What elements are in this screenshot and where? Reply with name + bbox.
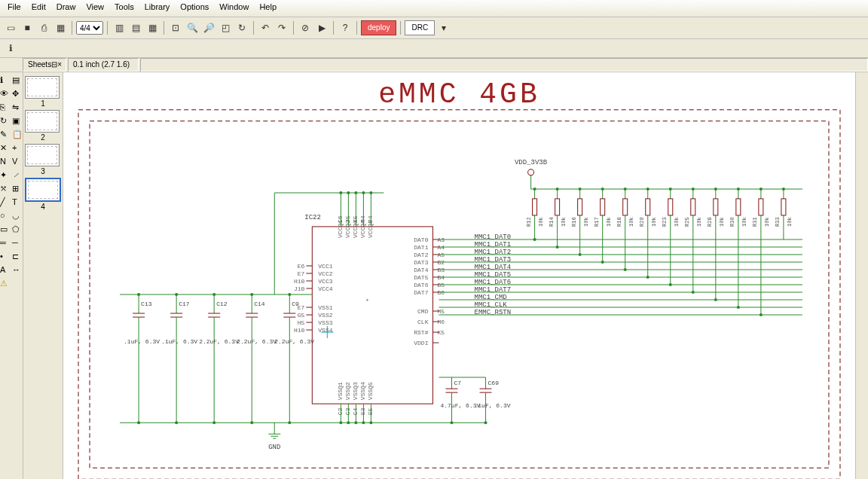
net-tool-icon[interactable]: ─ xyxy=(12,238,23,249)
schematic-canvas[interactable]: eMMC 4GB IC22 + VCCQ1VCCQ2VCCQ3VCCQ4VCCQ… xyxy=(63,72,855,479)
info-icon[interactable]: ℹ xyxy=(3,41,18,56)
copy-tool-icon[interactable]: ⎘ xyxy=(0,102,11,113)
svg-text:10k: 10k xyxy=(764,217,770,227)
svg-text:CLK: CLK xyxy=(417,319,429,325)
menu-library[interactable]: Library xyxy=(140,2,175,15)
split-tool-icon[interactable]: ⤲ xyxy=(0,184,11,194)
dim-tool-icon[interactable]: ↔ xyxy=(12,265,23,276)
board-icon[interactable]: ▦ xyxy=(53,20,68,35)
svg-text:R30: R30 xyxy=(729,217,735,227)
smash-tool-icon[interactable]: ✦ xyxy=(0,170,11,181)
sheet-thumb-2[interactable] xyxy=(25,110,60,133)
menu-view[interactable]: View xyxy=(81,2,108,15)
svg-text:VCC2: VCC2 xyxy=(318,270,332,277)
sheet-number: 4 xyxy=(25,203,61,211)
svg-text:B2: B2 xyxy=(437,259,445,266)
junction-tool-icon[interactable]: • xyxy=(0,252,11,262)
sheet-thumb-1[interactable] xyxy=(25,76,60,99)
group-tool-icon[interactable]: ▣ xyxy=(12,116,23,127)
grid2-icon[interactable]: ▤ xyxy=(128,20,143,35)
poly-tool-icon[interactable]: ⬠ xyxy=(12,224,23,235)
stop-icon[interactable]: ⊘ xyxy=(298,20,313,35)
miter-tool-icon[interactable]: ⟋ xyxy=(12,170,23,181)
svg-text:10k: 10k xyxy=(538,217,544,227)
svg-text:10k: 10k xyxy=(696,217,702,227)
grid1-icon[interactable]: ▥ xyxy=(112,20,127,35)
move-tool-icon[interactable]: ✥ xyxy=(12,89,23,99)
layer-tool-icon[interactable]: ▤ xyxy=(12,75,23,86)
text-tool-icon[interactable]: T xyxy=(12,197,23,208)
zoomsel-icon[interactable]: ◰ xyxy=(218,20,233,35)
mode-drc-button[interactable]: DRC xyxy=(405,20,435,35)
mirror-tool-icon[interactable]: ⇋ xyxy=(12,102,23,113)
arc-tool-icon[interactable]: ◡ xyxy=(12,211,23,221)
info-tool-icon[interactable]: ℹ xyxy=(0,75,11,86)
rect-tool-icon[interactable]: ▭ xyxy=(0,224,11,235)
bus-tool-icon[interactable]: ═ xyxy=(0,238,11,249)
svg-point-124 xyxy=(601,188,604,191)
rotate-tool-icon[interactable]: ↻ xyxy=(0,116,11,127)
label-tool-icon[interactable]: ⊏ xyxy=(12,252,23,262)
add-tool-icon[interactable]: + xyxy=(12,143,23,154)
menu-options[interactable]: Options xyxy=(176,2,213,15)
zoomfit-icon[interactable]: ⊡ xyxy=(168,20,183,35)
svg-point-154 xyxy=(714,188,717,191)
save-icon[interactable]: ■ xyxy=(20,20,35,35)
invoke-tool-icon[interactable]: ⊞ xyxy=(12,184,23,194)
svg-text:VCC1: VCC1 xyxy=(318,263,332,270)
sheet-thumb-4[interactable] xyxy=(25,178,61,202)
menu-file[interactable]: File xyxy=(3,2,26,15)
go-icon[interactable]: ▶ xyxy=(314,20,329,35)
svg-rect-137 xyxy=(646,199,650,215)
delete-tool-icon[interactable]: ✕ xyxy=(0,143,11,154)
data-nets: MMC1_DAT0MMC1_DAT1MMC1_DAT2MMC1_DAT3MMC1… xyxy=(439,233,802,316)
zoom-select[interactable]: 4/4 xyxy=(76,21,103,35)
svg-text:VCC4: VCC4 xyxy=(318,285,332,292)
sheets-pin-icon[interactable]: ⊟ xyxy=(51,59,57,70)
value-tool-icon[interactable]: V xyxy=(12,157,23,167)
wire-tool-icon[interactable]: ╱ xyxy=(0,197,11,208)
zoomin-icon[interactable]: 🔍 xyxy=(185,20,200,35)
menu-help[interactable]: Help xyxy=(255,2,281,15)
mode-dropdown-icon[interactable]: ▾ xyxy=(436,20,451,35)
erc-tool-icon[interactable]: ⚠ xyxy=(0,279,11,289)
svg-text:R31: R31 xyxy=(752,217,758,227)
svg-text:2.2uF, 6.3V: 2.2uF, 6.3V xyxy=(199,338,239,345)
paste-tool-icon[interactable]: 📋 xyxy=(12,130,23,140)
svg-text:C12: C12 xyxy=(216,301,228,307)
svg-text:2.2uF, 6.3V: 2.2uF, 6.3V xyxy=(274,338,314,345)
menu-edit[interactable]: Edit xyxy=(27,2,50,15)
change-tool-icon[interactable]: ✎ xyxy=(0,130,11,140)
scrollbar-vertical[interactable] xyxy=(855,72,868,479)
svg-text:K5: K5 xyxy=(437,329,445,336)
menu-tools[interactable]: Tools xyxy=(110,2,139,15)
mode-deploy-button[interactable]: deploy xyxy=(361,20,396,35)
svg-text:MMC1_CLK: MMC1_CLK xyxy=(475,301,508,309)
svg-text:MMC1_DAT3: MMC1_DAT3 xyxy=(475,256,512,264)
svg-point-166 xyxy=(760,188,763,191)
grid3-icon[interactable]: ▦ xyxy=(145,20,160,35)
sheets-close-icon[interactable]: × xyxy=(57,59,62,70)
undo-icon[interactable]: ↶ xyxy=(258,20,273,35)
svg-text:EMMC_RSTN: EMMC_RSTN xyxy=(475,309,512,316)
menu-window[interactable]: Window xyxy=(215,2,253,15)
redraw-icon[interactable]: ↻ xyxy=(234,20,249,35)
sheet-thumb-3[interactable] xyxy=(25,144,60,166)
gnd-net: GND xyxy=(120,423,485,451)
circle-tool-icon[interactable]: ○ xyxy=(0,211,11,221)
name-tool-icon[interactable]: N xyxy=(0,157,11,167)
svg-text:R28: R28 xyxy=(707,217,713,227)
attr-tool-icon[interactable]: A xyxy=(0,265,11,276)
zoomout-icon[interactable]: 🔎 xyxy=(201,20,216,35)
eye-tool-icon[interactable]: 👁 xyxy=(0,89,11,99)
print-icon[interactable]: ⎙ xyxy=(36,20,51,35)
svg-text:G5: G5 xyxy=(298,312,305,319)
svg-text:C9: C9 xyxy=(292,301,299,307)
help-icon[interactable]: ? xyxy=(338,20,353,35)
redo-icon[interactable]: ↷ xyxy=(274,20,289,35)
svg-text:A3: A3 xyxy=(437,236,445,243)
svg-text:RST#: RST# xyxy=(414,329,428,336)
menu-draw[interactable]: Draw xyxy=(52,2,81,15)
svg-text:10k: 10k xyxy=(561,217,567,227)
open-icon[interactable]: ▭ xyxy=(3,20,18,35)
